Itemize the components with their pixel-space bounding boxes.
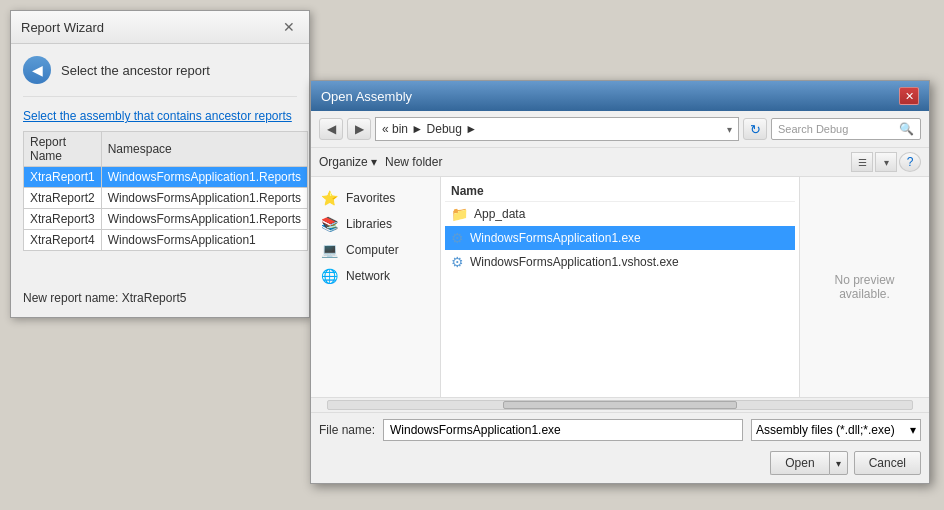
report-name-cell: XtraReport1 <box>24 167 102 188</box>
main-area: ⭐Favorites📚Libraries💻Computer🌐Network Na… <box>311 177 929 397</box>
close-button[interactable]: ✕ <box>899 87 919 105</box>
nav-item-computer[interactable]: 💻Computer <box>311 237 440 263</box>
nav-icon: ⭐ <box>321 190 338 206</box>
col-header-report-name: Report Name <box>24 132 102 167</box>
exe-icon: ⚙ <box>451 254 464 270</box>
file-item[interactable]: 📁App_data <box>445 202 795 226</box>
report-name-cell: XtraReport2 <box>24 188 102 209</box>
address-text: « bin ► Debug ► <box>382 122 477 136</box>
wizard-header: ◀ Select the ancestor report <box>23 56 297 97</box>
view-grid-button[interactable]: ▾ <box>875 152 897 172</box>
table-row[interactable]: XtraReport4WindowsFormsApplication1 <box>24 230 308 251</box>
forward-nav-button[interactable]: ▶ <box>347 118 371 140</box>
nav-label: Computer <box>346 243 399 257</box>
back-button[interactable]: ◀ <box>23 56 51 84</box>
report-name-cell: XtraReport3 <box>24 209 102 230</box>
window-controls: ✕ <box>899 87 919 105</box>
file-name: App_data <box>474 207 525 221</box>
scrollbar-thumb[interactable] <box>503 401 737 409</box>
nav-panel: ⭐Favorites📚Libraries💻Computer🌐Network <box>311 177 441 397</box>
file-item[interactable]: ⚙WindowsFormsApplication1.vshost.exe <box>445 250 795 274</box>
namespace-cell: WindowsFormsApplication1.Reports <box>101 188 307 209</box>
assembly-link[interactable]: Select the assembly that contains ancest… <box>23 109 297 123</box>
view-controls: ☰ ▾ ? <box>851 152 921 172</box>
nav-label: Network <box>346 269 390 283</box>
new-folder-button[interactable]: New folder <box>385 155 442 169</box>
search-bar[interactable]: Search Debug 🔍 <box>771 118 921 140</box>
open-split-button: Open ▾ <box>770 451 847 475</box>
address-dropdown-icon[interactable]: ▾ <box>727 124 732 135</box>
table-row[interactable]: XtraReport3WindowsFormsApplication1.Repo… <box>24 209 308 230</box>
preview-text: No preview available. <box>808 273 921 301</box>
address-bar[interactable]: « bin ► Debug ► ▾ <box>375 117 739 141</box>
cancel-button[interactable]: Cancel <box>854 451 921 475</box>
wizard-header-text: Select the ancestor report <box>61 63 210 78</box>
report-wizard-close-button[interactable]: ✕ <box>279 17 299 37</box>
nav-item-network[interactable]: 🌐Network <box>311 263 440 289</box>
file-list: 📁App_data⚙WindowsFormsApplication1.exe⚙W… <box>445 202 795 274</box>
namespace-cell: WindowsFormsApplication1.Reports <box>101 209 307 230</box>
nav-icon: 📚 <box>321 216 338 232</box>
nav-label: Favorites <box>346 191 395 205</box>
file-name: WindowsFormsApplication1.exe <box>470 231 641 245</box>
open-assembly-dialog: Open Assembly ✕ ◀ ▶ « bin ► Debug ► ▾ ↻ … <box>310 80 930 484</box>
filename-label: File name: <box>319 423 375 437</box>
search-icon[interactable]: 🔍 <box>899 122 914 136</box>
back-nav-button[interactable]: ◀ <box>319 118 343 140</box>
reports-table: Report Name Namespace XtraReport1Windows… <box>23 131 308 251</box>
table-row[interactable]: XtraReport2WindowsFormsApplication1.Repo… <box>24 188 308 209</box>
nav-label: Libraries <box>346 217 392 231</box>
horizontal-scrollbar[interactable] <box>327 400 913 410</box>
nav-icon: 🌐 <box>321 268 338 284</box>
scrollbar-area <box>311 397 929 413</box>
open-assembly-title: Open Assembly <box>321 89 412 104</box>
nav-icon: 💻 <box>321 242 338 258</box>
namespace-cell: WindowsFormsApplication1.Reports <box>101 167 307 188</box>
exe-icon: ⚙ <box>451 230 464 246</box>
nav-item-favorites[interactable]: ⭐Favorites <box>311 185 440 211</box>
report-wizard-title: Report Wizard <box>21 20 104 35</box>
preview-panel: No preview available. <box>799 177 929 397</box>
second-toolbar: Organize ▾ New folder ☰ ▾ ? <box>311 148 929 177</box>
filetype-text: Assembly files (*.dll;*.exe) <box>756 423 895 437</box>
search-placeholder: Search Debug <box>778 123 899 135</box>
report-wizard-dialog: Report Wizard ✕ ◀ Select the ancestor re… <box>10 10 310 318</box>
open-button[interactable]: Open <box>770 451 828 475</box>
file-list-header: Name <box>445 181 795 202</box>
table-row[interactable]: XtraReport1WindowsFormsApplication1.Repo… <box>24 167 308 188</box>
refresh-button[interactable]: ↻ <box>743 118 767 140</box>
filename-input[interactable] <box>383 419 743 441</box>
view-list-button[interactable]: ☰ <box>851 152 873 172</box>
namespace-cell: WindowsFormsApplication1 <box>101 230 307 251</box>
wizard-content: ◀ Select the ancestor report Select the … <box>11 44 309 317</box>
file-panel: Name 📁App_data⚙WindowsFormsApplication1.… <box>441 177 799 397</box>
open-assembly-titlebar: Open Assembly ✕ <box>311 81 929 111</box>
file-item[interactable]: ⚙WindowsFormsApplication1.exe <box>445 226 795 250</box>
nav-item-libraries[interactable]: 📚Libraries <box>311 211 440 237</box>
help-button[interactable]: ? <box>899 152 921 172</box>
file-name: WindowsFormsApplication1.vshost.exe <box>470 255 679 269</box>
report-wizard-titlebar: Report Wizard ✕ <box>11 11 309 44</box>
open-arrow-button[interactable]: ▾ <box>829 451 848 475</box>
action-buttons: Open ▾ Cancel <box>311 451 929 483</box>
folder-icon: 📁 <box>451 206 468 222</box>
report-name-cell: XtraReport4 <box>24 230 102 251</box>
new-report-name: New report name: XtraReport5 <box>23 291 297 305</box>
bottom-bar: File name: Assembly files (*.dll;*.exe) … <box>311 413 929 447</box>
filetype-dropdown-icon: ▾ <box>910 423 916 437</box>
filetype-select[interactable]: Assembly files (*.dll;*.exe) ▾ <box>751 419 921 441</box>
organize-button[interactable]: Organize ▾ <box>319 155 377 169</box>
toolbar: ◀ ▶ « bin ► Debug ► ▾ ↻ Search Debug 🔍 <box>311 111 929 148</box>
col-header-namespace: Namespace <box>101 132 307 167</box>
